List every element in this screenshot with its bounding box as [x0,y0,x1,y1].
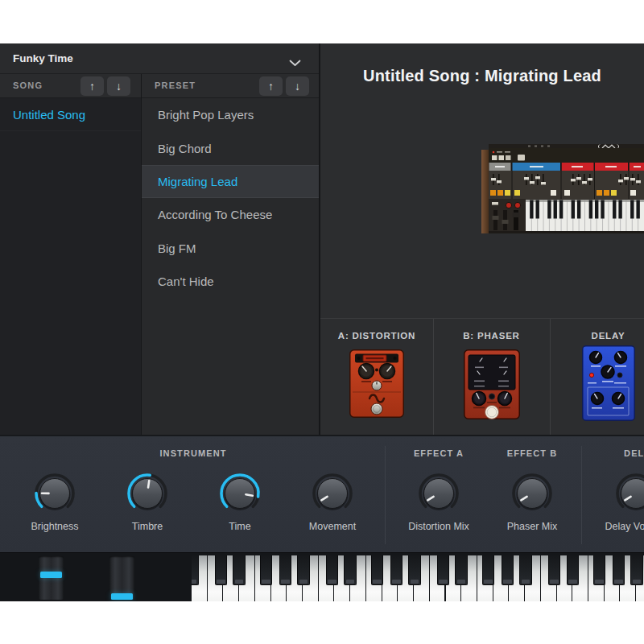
knob-label: Delay Volume [576,521,644,532]
song-column-header: SONG ↑ ↓ [0,74,142,98]
mod-wheel[interactable] [109,556,134,600]
patch-name: Funky Time [13,43,73,73]
page-background: Funky Time SONG ↑ ↓ PRESET ↑ ↓ Untitled … [0,0,644,644]
pitch-bend-handle[interactable] [40,572,62,578]
preset-row[interactable]: Big Chord [142,131,320,164]
black-key[interactable] [455,555,468,585]
instrument-image [481,142,644,238]
black-key[interactable] [192,555,199,585]
delay-label: DELAY [550,331,644,341]
black-key[interactable] [567,555,580,585]
song-row[interactable]: Untitled Song [0,98,142,131]
preset-next-button[interactable]: ↓ [286,76,309,96]
knob-phaser-mix[interactable] [508,469,556,518]
patch-selector-bar[interactable]: Funky Time [0,43,320,74]
song-next-button[interactable]: ↓ [107,76,130,96]
black-key[interactable] [519,555,532,585]
black-key[interactable] [437,555,450,585]
preset-row[interactable]: Migrating Lead [142,165,320,198]
effect-slot-phaser: B: PHASER [433,319,550,436]
knob-label: Movement [272,521,393,532]
black-key[interactable] [297,555,310,585]
patch-display-panel: Untitled Song : Migrating Lead [320,43,644,318]
knob-movement[interactable] [308,469,357,518]
knob-delay-volume[interactable] [612,469,644,518]
black-key[interactable] [408,555,421,585]
black-key[interactable] [326,555,339,585]
preset-row[interactable]: Big FM [142,232,320,265]
effect-b-label: B: PHASER [433,331,550,341]
phaser-pedal-image[interactable] [464,349,520,423]
mod-wheel-handle[interactable] [111,593,133,600]
song-previous-button[interactable]: ↑ [80,76,104,96]
black-key[interactable] [593,555,606,585]
black-key[interactable] [260,555,273,585]
black-key[interactable] [215,555,228,585]
black-key[interactable] [630,555,643,585]
knob-label: Phaser Mix [472,521,592,532]
app-window: Funky Time SONG ↑ ↓ PRESET ↑ ↓ Untitled … [0,43,644,601]
slot-divider [433,319,434,436]
song-list: Untitled Song [0,98,142,435]
piano-keyboard [192,555,644,601]
effect-slot-delay: DELAY [550,319,644,436]
song-header-label: SONG [13,74,43,97]
preset-row[interactable]: According To Cheese [142,198,320,231]
section-label-delay: DELAY [576,448,644,458]
preset-header-label: PRESET [155,74,196,97]
preset-row[interactable]: Bright Pop Layers [142,98,320,131]
black-key[interactable] [482,555,495,585]
knob-distortion-mix[interactable] [415,469,463,518]
black-key[interactable] [613,555,625,585]
black-key[interactable] [548,555,561,585]
black-key[interactable] [279,555,292,585]
column-divider [141,74,142,435]
chevron-down-icon[interactable] [289,56,301,63]
page-title: Untitled Song : Migrating Lead [320,67,644,85]
section-label-instrument: INSTRUMENT [129,448,258,458]
effect-slot-distortion: A: DISTORTION [320,319,433,436]
delay-pedal-image[interactable] [582,345,635,424]
black-key[interactable] [502,555,514,585]
slot-divider [550,319,551,436]
knob-time[interactable] [216,469,264,518]
pitch-bend-wheel[interactable] [39,556,64,600]
preset-column-header: PRESET ↑ ↓ [142,74,320,98]
knob-brightness[interactable] [31,469,79,518]
black-key[interactable] [371,555,384,585]
black-key[interactable] [390,555,403,585]
black-key[interactable] [233,555,246,585]
effects-row: A: DISTORTION [320,318,644,435]
preset-row[interactable]: Can't Hide [142,265,320,298]
effect-a-label: A: DISTORTION [320,331,433,341]
smart-controls-panel: INSTRUMENT EFFECT A EFFECT B DELAY Brigh… [0,435,644,554]
preset-previous-button[interactable]: ↑ [259,76,283,96]
keyboard-strip [0,552,644,601]
distortion-pedal-image[interactable] [349,349,404,421]
black-key[interactable] [344,555,357,585]
knob-timbre[interactable] [123,469,171,518]
preset-list: Bright Pop LayersBig ChordMigrating Lead… [142,98,320,435]
